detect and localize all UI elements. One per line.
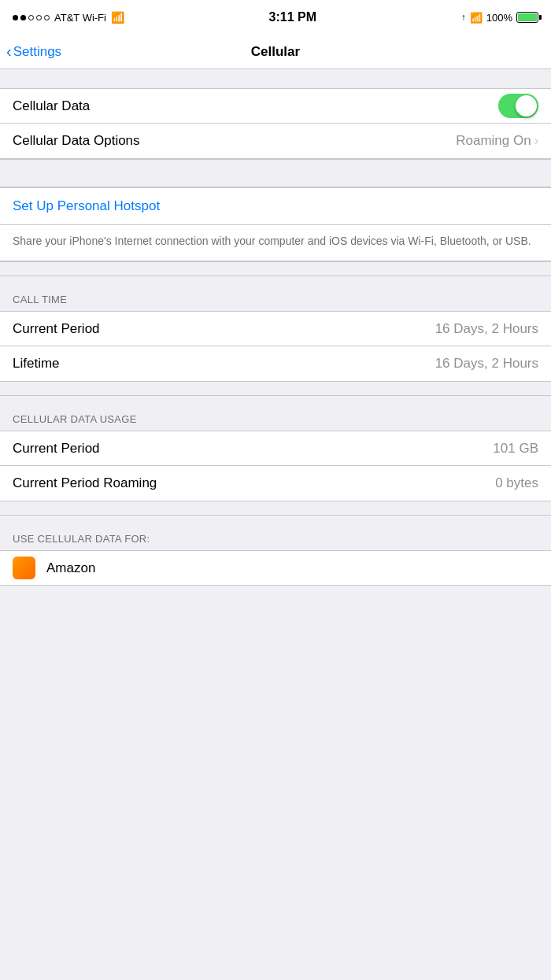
section-spacer-3 xyxy=(0,382,551,396)
section-spacer-4 xyxy=(0,501,551,516)
status-right: ↑ 📶 100% xyxy=(461,12,538,24)
call-time-header: CALL TIME xyxy=(0,276,551,311)
call-time-current-value: 16 Days, 2 Hours xyxy=(435,321,538,337)
hotspot-description-text: Share your iPhone's Internet connection … xyxy=(13,233,538,250)
toggle-knob xyxy=(516,95,537,116)
call-time-group: Current Period 16 Days, 2 Hours Lifetime… xyxy=(0,311,551,382)
call-time-current-row: Current Period 16 Days, 2 Hours xyxy=(0,312,551,346)
cellular-data-label: Cellular Data xyxy=(13,98,90,114)
signal-dot-5 xyxy=(44,15,50,20)
section-spacer-1 xyxy=(0,159,551,187)
hotspot-link-text[interactable]: Set Up Personal Hotspot xyxy=(13,198,160,214)
back-chevron-icon: ‹ xyxy=(6,43,12,59)
bluetooth-icon: 📶 xyxy=(470,12,483,24)
back-button[interactable]: ‹ Settings xyxy=(6,44,61,60)
section-spacer-2 xyxy=(0,262,551,276)
cellular-data-row[interactable]: Cellular Data xyxy=(0,89,551,124)
chevron-right-icon: › xyxy=(534,134,538,148)
signal-dot-2 xyxy=(20,15,26,20)
data-usage-current-row: Current Period 101 GB xyxy=(0,431,551,466)
nav-bar: ‹ Settings Cellular xyxy=(0,35,551,69)
signal-dot-1 xyxy=(13,15,18,20)
hotspot-link-row[interactable]: Set Up Personal Hotspot xyxy=(0,188,551,225)
location-icon: ↑ xyxy=(461,12,466,23)
app-amazon-row[interactable]: Amazon xyxy=(0,551,551,586)
call-time-lifetime-label: Lifetime xyxy=(13,356,60,372)
cellular-data-options-value: Roaming On › xyxy=(456,133,538,149)
use-cellular-header-text: USE CELLULAR DATA FOR: xyxy=(13,533,150,545)
hotspot-group: Set Up Personal Hotspot Share your iPhon… xyxy=(0,187,551,262)
signal-strength xyxy=(13,15,50,20)
call-time-lifetime-row: Lifetime 16 Days, 2 Hours xyxy=(0,346,551,381)
status-time: 3:11 PM xyxy=(269,10,316,24)
use-cellular-header: USE CELLULAR DATA FOR: xyxy=(0,516,551,550)
data-usage-roaming-value: 0 bytes xyxy=(495,475,538,491)
battery-percentage: 100% xyxy=(486,12,512,24)
data-usage-current-label: Current Period xyxy=(13,441,100,457)
cellular-data-options-row[interactable]: Cellular Data Options Roaming On › xyxy=(0,124,551,158)
signal-dot-3 xyxy=(28,15,34,20)
app-list-group: Amazon xyxy=(0,550,551,586)
data-usage-header: CELLULAR DATA USAGE xyxy=(0,396,551,431)
battery-fill xyxy=(518,13,537,21)
data-usage-header-text: CELLULAR DATA USAGE xyxy=(13,413,137,425)
top-spacer xyxy=(0,69,551,88)
data-usage-group: Current Period 101 GB Current Period Roa… xyxy=(0,431,551,501)
cellular-data-options-label: Cellular Data Options xyxy=(13,133,140,149)
app-amazon-name: Amazon xyxy=(46,560,95,576)
call-time-current-label: Current Period xyxy=(13,321,100,337)
hotspot-description-row: Share your iPhone's Internet connection … xyxy=(0,225,551,261)
battery-indicator xyxy=(516,12,538,23)
wifi-icon: 📶 xyxy=(111,11,124,24)
app-amazon-icon xyxy=(13,557,35,579)
data-usage-roaming-row: Current Period Roaming 0 bytes xyxy=(0,466,551,501)
back-button-label: Settings xyxy=(13,44,61,60)
cellular-data-group: Cellular Data Cellular Data Options Roam… xyxy=(0,88,551,159)
data-usage-current-value: 101 GB xyxy=(493,441,538,457)
status-left: AT&T Wi-Fi 📶 xyxy=(13,11,124,24)
status-bar: AT&T Wi-Fi 📶 3:11 PM ↑ 📶 100% xyxy=(0,0,551,35)
call-time-header-text: CALL TIME xyxy=(13,294,67,305)
signal-dot-4 xyxy=(36,15,42,20)
cellular-data-toggle[interactable] xyxy=(498,94,538,118)
page-title: Cellular xyxy=(251,44,300,60)
carrier-name: AT&T Wi-Fi xyxy=(54,12,106,24)
data-usage-roaming-label: Current Period Roaming xyxy=(13,475,157,491)
call-time-lifetime-value: 16 Days, 2 Hours xyxy=(435,356,538,372)
